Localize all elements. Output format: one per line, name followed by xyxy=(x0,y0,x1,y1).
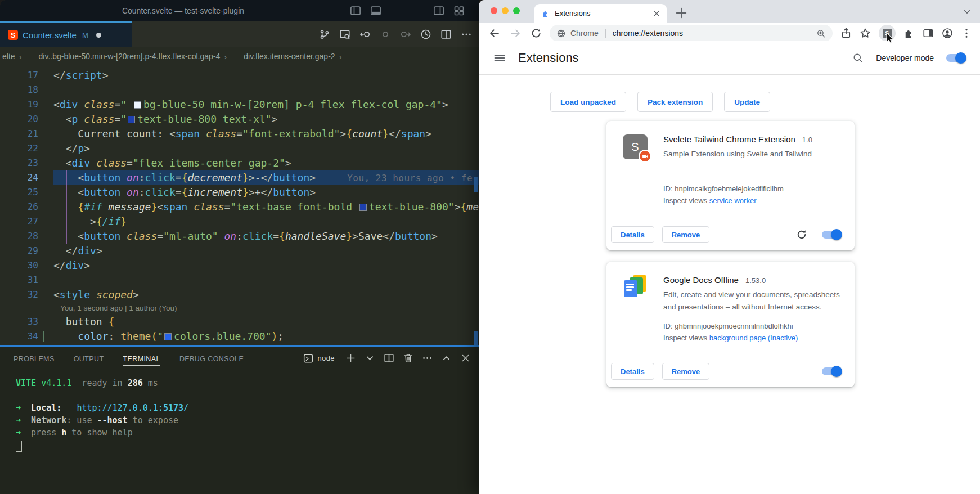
code-line-31[interactable]: 31 xyxy=(0,273,479,288)
close-icon[interactable] xyxy=(460,353,471,363)
minimize-window-button[interactable] xyxy=(502,7,509,14)
editor-tab-counter-svelte[interactable]: S Counter.svelte M xyxy=(0,21,132,47)
code-line-24[interactable]: 24 <button on:click={decrement}>-</butto… xyxy=(0,170,479,185)
nav-forward-icon[interactable] xyxy=(400,29,411,40)
split-panel-icon[interactable] xyxy=(384,353,394,363)
bottom-panel: PROBLEMS OUTPUT TERMINAL DEBUG CONSOLE n… xyxy=(0,345,479,494)
details-button[interactable]: Details xyxy=(611,363,654,380)
code-line-29[interactable]: 29 </div> xyxy=(0,244,479,258)
code-line-26[interactable]: 26 {#if message}<span class="text-base f… xyxy=(0,200,479,214)
code-line-32[interactable]: 32<style scoped> xyxy=(0,288,479,302)
load-unpacked-button[interactable]: Load unpacked xyxy=(550,92,626,112)
layout-sidebar-icon[interactable] xyxy=(350,5,361,16)
code-line-33[interactable]: 33 button { xyxy=(0,315,479,329)
breadcrumb-item[interactable]: div.flex.items-center.gap-2 xyxy=(244,52,335,61)
chevron-down-icon[interactable] xyxy=(365,353,375,363)
vscode-titlebar[interactable]: Counter.svelte — test-svelte-plugin xyxy=(0,0,479,21)
plus-icon[interactable] xyxy=(345,353,356,363)
terminal-line: ➜ press h to show help xyxy=(16,426,479,439)
more-icon[interactable] xyxy=(461,29,472,40)
nav-back-icon[interactable] xyxy=(359,29,371,40)
titlebar-layout-icons-a xyxy=(350,5,381,16)
background-page-link[interactable]: background page (Inactive) xyxy=(709,334,798,342)
code-line-27[interactable]: 27 >{/if} xyxy=(0,214,479,229)
extension-id: ID: hnplmcaikgfoehmeiejokedfificiihm xyxy=(663,183,841,195)
more-icon[interactable] xyxy=(422,353,433,363)
breadcrumb-item[interactable]: elte xyxy=(2,52,15,61)
avatar-icon[interactable] xyxy=(942,28,953,39)
code-line-34[interactable]: 34 color: theme("colors.blue.700"); xyxy=(0,329,479,344)
chrome-tab-strip: Extensions xyxy=(479,0,980,23)
extensions-page: Extensions Developer mode Load unpacked … xyxy=(479,41,980,494)
git-blame-annotation: You, 23 hours ago • fe xyxy=(347,173,473,183)
back-button[interactable] xyxy=(489,28,500,39)
terminal-shell-entry[interactable]: node xyxy=(303,353,335,363)
code-line-18[interactable]: 18 xyxy=(0,83,479,97)
menu-icon[interactable] xyxy=(493,52,506,64)
nav-circle-icon[interactable] xyxy=(380,29,391,40)
extension-enabled-toggle[interactable] xyxy=(822,231,841,239)
reload-button[interactable] xyxy=(531,28,542,39)
code-line-21[interactable]: 21 Current count: <span class="font-extr… xyxy=(0,127,479,141)
symbol-cube-icon xyxy=(26,52,35,61)
zoom-icon[interactable] xyxy=(816,29,826,38)
layout-grid-icon[interactable] xyxy=(453,5,465,16)
refresh-extension-icon[interactable] xyxy=(796,229,807,240)
pack-extension-button[interactable]: Pack extension xyxy=(637,92,713,112)
site-info-icon[interactable] xyxy=(556,29,566,38)
developer-mode-toggle[interactable] xyxy=(946,54,965,62)
maximize-window-button[interactable] xyxy=(513,7,520,14)
code-editor[interactable]: 17</script>1819<div class=" bg-blue-50 m… xyxy=(0,65,479,345)
new-tab-button[interactable] xyxy=(675,6,688,20)
code-line-23[interactable]: 23 <div class="flex items-center gap-2"> xyxy=(0,156,479,170)
chrome-window: Extensions Chrome chrome://extensions xyxy=(479,0,980,494)
side-panel-icon[interactable] xyxy=(923,28,934,39)
address-bar[interactable]: Chrome chrome://extensions xyxy=(550,25,833,42)
open-preview-icon[interactable] xyxy=(339,29,350,40)
code-line-22[interactable]: 22 </p> xyxy=(0,141,479,156)
breadcrumb-separator: › xyxy=(339,52,342,61)
tab-close-icon[interactable] xyxy=(652,9,661,18)
remove-button[interactable]: Remove xyxy=(662,226,710,243)
code-line-30[interactable]: 30</div> xyxy=(0,258,479,273)
code-line-20[interactable]: 20 <p class="text-blue-800 text-xl"> xyxy=(0,112,479,127)
service-worker-link[interactable]: service worker xyxy=(709,196,757,205)
extensions-puzzle-icon[interactable] xyxy=(903,28,915,39)
tab-problems[interactable]: PROBLEMS xyxy=(14,355,55,363)
search-icon[interactable] xyxy=(852,52,864,64)
source-control-icon[interactable] xyxy=(319,29,330,40)
layout-secondary-sidebar-icon[interactable] xyxy=(433,5,444,16)
breadcrumb-item[interactable]: div..bg-blue-50.min-w-[20rem].p-4.flex.f… xyxy=(39,52,221,61)
run-profile-icon[interactable] xyxy=(420,29,431,40)
unsaved-dot-icon[interactable] xyxy=(96,33,101,38)
trash-icon[interactable] xyxy=(403,353,413,363)
extension-icon xyxy=(623,275,648,300)
browser-tab-extensions[interactable]: Extensions xyxy=(534,4,667,23)
tab-debug-console[interactable]: DEBUG CONSOLE xyxy=(179,355,244,363)
split-editor-icon[interactable] xyxy=(440,29,452,40)
details-button[interactable]: Details xyxy=(611,226,654,243)
screen: Counter.svelte — test-svelte-plugin S Co… xyxy=(0,0,980,494)
tab-search-chevron-icon[interactable] xyxy=(962,7,972,17)
layout-panel-icon[interactable] xyxy=(370,5,381,16)
code-line-28[interactable]: 28 <button class="ml-auto" on:click={han… xyxy=(0,229,479,244)
extension-enabled-toggle[interactable] xyxy=(822,367,841,375)
code-line-17[interactable]: 17</script> xyxy=(0,68,479,83)
bookmark-star-icon[interactable] xyxy=(860,28,871,39)
chevron-up-icon[interactable] xyxy=(441,353,452,363)
color-swatch xyxy=(134,101,141,109)
forward-button[interactable] xyxy=(510,28,521,39)
code-line-19[interactable]: 19<div class=" bg-blue-50 min-w-[20rem] … xyxy=(0,97,479,112)
kebab-menu-icon[interactable] xyxy=(961,28,972,39)
terminal-output[interactable]: VITE v4.1.1 ready in 286 ms ➜ Local: htt… xyxy=(0,371,479,439)
close-window-button[interactable] xyxy=(491,7,497,14)
tab-terminal[interactable]: TERMINAL xyxy=(123,355,160,366)
code-line-25[interactable]: 25 <button on:click={increment}>+</butto… xyxy=(0,185,479,200)
codelens-annotation[interactable]: You, 1 second ago | 1 author (You) xyxy=(0,302,479,315)
update-button[interactable]: Update xyxy=(724,92,770,112)
url-text[interactable]: chrome://extensions xyxy=(613,29,812,38)
extension-s-button[interactable]: S xyxy=(879,25,896,42)
share-icon[interactable] xyxy=(840,28,852,39)
tab-output[interactable]: OUTPUT xyxy=(74,355,104,363)
remove-button[interactable]: Remove xyxy=(662,363,710,380)
